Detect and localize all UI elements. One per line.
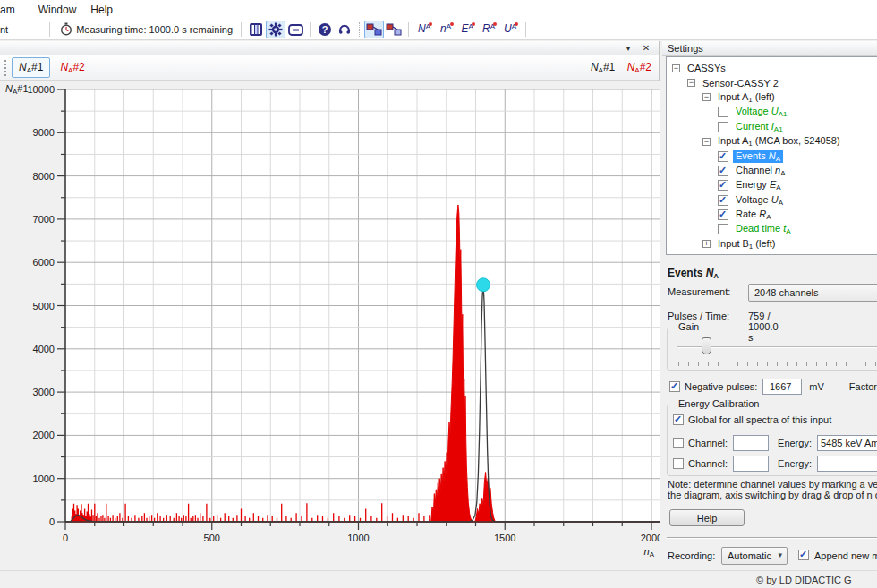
events-heading: Events NA: [668, 267, 719, 280]
tree-checkbox[interactable]: [718, 107, 728, 117]
channel1-checkbox[interactable]: [673, 438, 684, 448]
display-icon[interactable]: [285, 21, 305, 38]
menu-item-diagram[interactable]: am: [0, 1, 22, 19]
panel-titlebar: ▾ ✕: [0, 41, 659, 55]
toolbar-drag-handle[interactable]: [4, 60, 6, 76]
channel2-checkbox[interactable]: [673, 458, 684, 469]
gain-groupbox: Gain: [667, 328, 877, 371]
quantity-button-ua[interactable]: UA: [499, 21, 521, 38]
tree-item-label: Input B1 (left): [715, 238, 778, 251]
tree-item-sensor-cassy-2[interactable]: −Sensor-CASSY 2: [667, 75, 877, 89]
tab-number: #1: [31, 61, 43, 73]
energy1-input[interactable]: 5485 keV Am24: [817, 435, 877, 451]
negative-pulses-input[interactable]: -1667: [762, 379, 802, 395]
menu-item-help[interactable]: Help: [83, 1, 120, 19]
gain-slider-thumb[interactable]: [702, 337, 711, 354]
tree-checkbox[interactable]: [718, 166, 728, 176]
svg-text:3000: 3000: [33, 387, 55, 397]
tree-checkbox[interactable]: [718, 180, 728, 191]
measurement-label: Measurement:: [668, 286, 730, 297]
energy1-label: Energy:: [778, 438, 812, 448]
energy2-label: Energy:: [778, 458, 812, 469]
svg-text:8000: 8000: [33, 171, 55, 182]
tree-checkbox[interactable]: [718, 209, 728, 220]
help-icon[interactable]: ?: [315, 21, 335, 38]
close-panel-icon[interactable]: ✕: [639, 42, 653, 55]
settings-gear-icon[interactable]: [266, 21, 285, 38]
tab-na2[interactable]: NA#2: [54, 58, 90, 77]
tab-symbol: N: [60, 61, 68, 73]
append-measurement-label: Append new mea: [814, 550, 877, 561]
legend-series-1[interactable]: NA#1: [591, 61, 618, 73]
collapse-icon[interactable]: −: [672, 64, 680, 72]
tree-item-label: Input A1 (MCA box, 524058): [715, 135, 843, 148]
legend-series-2[interactable]: NA#2: [627, 61, 651, 73]
collapse-icon[interactable]: −: [702, 138, 711, 146]
tree-item-current[interactable]: Current IA1: [667, 120, 877, 134]
svg-text:10000: 10000: [27, 84, 55, 95]
channel2-input[interactable]: [733, 456, 769, 472]
quantity-button-na[interactable]: NA: [413, 21, 435, 38]
tree-item-voltage[interactable]: Voltage UA1: [667, 105, 877, 119]
tree-item-channel[interactable]: Channel nA: [667, 164, 877, 178]
cassy-module-2-icon[interactable]: [384, 21, 404, 38]
tree-checkbox[interactable]: [718, 224, 728, 234]
svg-text:1000: 1000: [33, 473, 55, 484]
svg-text:?: ?: [322, 24, 328, 35]
recording-select[interactable]: Automatic▾: [721, 547, 788, 565]
tree-item-rate[interactable]: Rate RA: [667, 208, 877, 222]
headset-icon[interactable]: [335, 21, 354, 38]
global-spectra-checkbox[interactable]: [673, 414, 684, 425]
toolbar-separator: [49, 22, 50, 37]
spectrum-chart[interactable]: NA#1 nA 01000200030004000500060007000800…: [0, 81, 660, 570]
channel2-label: Channel:: [688, 458, 728, 469]
measurement-select[interactable]: 2048 channels: [748, 284, 877, 302]
tree-item-energy[interactable]: Energy EA: [667, 178, 877, 192]
collapse-icon[interactable]: −: [702, 93, 711, 101]
append-measurement-checkbox[interactable]: [798, 550, 809, 560]
svg-text:4000: 4000: [33, 344, 55, 354]
tree-item-input-a[interactable]: −Input A1 (MCA box, 524058): [667, 134, 877, 149]
quantity-button-na[interactable]: nA: [435, 21, 456, 38]
tree-checkbox[interactable]: [718, 151, 728, 162]
tree-item-input-a[interactable]: −Input A1 (left): [667, 90, 877, 105]
new-value-dot-icon: [450, 22, 454, 26]
tree-item-label: CASSYs: [685, 63, 728, 73]
channel1-input[interactable]: [733, 435, 769, 451]
tree-item-cassys[interactable]: −CASSYs: [667, 61, 877, 75]
tree-item-events[interactable]: Events NA: [667, 149, 877, 163]
quantity-button-ea[interactable]: EA: [456, 21, 478, 38]
quantity-button-ra[interactable]: RA: [478, 21, 499, 38]
collapse-icon[interactable]: −: [687, 79, 695, 87]
collapse-panel-icon[interactable]: ▾: [621, 42, 635, 55]
menu-item-window[interactable]: Window: [31, 1, 84, 19]
toolbar-separator: [408, 22, 409, 37]
tree-checkbox[interactable]: [718, 122, 728, 132]
factor-label: Factor:: [849, 381, 877, 392]
tree-item-voltage[interactable]: Voltage UA: [667, 193, 877, 208]
energy2-input[interactable]: [817, 456, 877, 472]
help-button[interactable]: Help: [669, 509, 745, 526]
tree-item-dead-time[interactable]: Dead time tA: [667, 222, 877, 236]
global-spectra-label: Global for all spectra of this input: [688, 414, 831, 425]
peak-marker[interactable]: [477, 278, 490, 292]
calibration-note: Note: determine channel values by markin…: [668, 479, 877, 500]
tree-item-label: Events NA: [733, 150, 783, 163]
tree-checkbox[interactable]: [718, 195, 728, 206]
clipped-button-label[interactable]: nt: [0, 24, 8, 35]
tree-item-label: Voltage UA: [733, 194, 786, 207]
new-value-dot-icon: [472, 22, 475, 26]
tab-number: #2: [72, 61, 84, 73]
cassy-module-icon[interactable]: [364, 21, 384, 38]
negative-pulses-checkbox[interactable]: [669, 381, 680, 392]
table-view-icon[interactable]: [246, 21, 266, 38]
energy-calibration-groupbox: Energy Calibration Global for all spectr…: [667, 405, 877, 476]
tree-item-input-b[interactable]: +Input B1 (left): [667, 237, 877, 251]
menu-bar: am Window Help: [0, 0, 877, 20]
tree-item-label: Current IA1: [733, 121, 786, 133]
tree-item-label: Input A1 (left): [715, 91, 778, 104]
tab-na1[interactable]: NA#1: [12, 57, 50, 78]
svg-text:5000: 5000: [33, 301, 55, 311]
expand-icon[interactable]: +: [702, 240, 711, 248]
recording-label: Recording:: [668, 550, 715, 561]
